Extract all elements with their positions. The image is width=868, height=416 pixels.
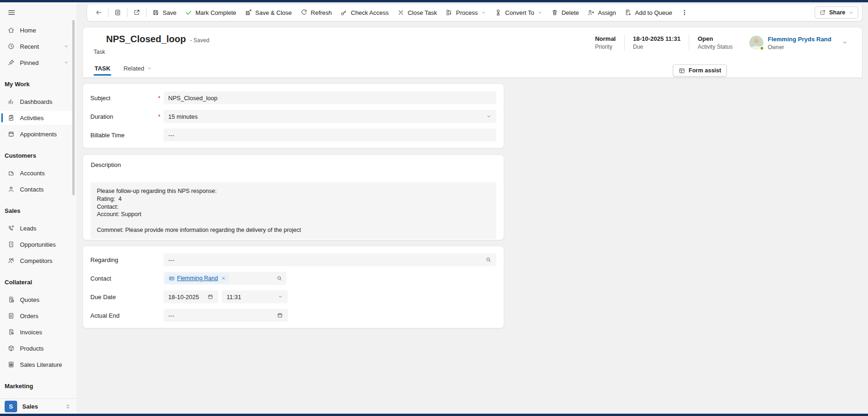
field-label: Activity Status: [697, 44, 732, 50]
process-button[interactable]: Process: [441, 6, 490, 19]
dynamics-365-app: Home Recent Pinned My Work Dashboards Ac…: [0, 0, 868, 416]
back-arrow-icon: [95, 9, 102, 16]
search-icon[interactable]: [276, 275, 283, 282]
billable-time-input[interactable]: ---: [164, 128, 496, 141]
remove-contact-icon[interactable]: [221, 276, 226, 281]
due-date-input[interactable]: 18-10-2025: [164, 290, 218, 303]
refresh-icon: [300, 9, 308, 16]
owner-name-link[interactable]: Flemming Pryds Rand: [768, 36, 831, 43]
contact-row: Contact Flemming Rand: [90, 269, 496, 288]
form-tab-strip: TASK Related: [94, 62, 153, 77]
add-to-queue-button[interactable]: Add to Queue: [620, 6, 676, 19]
quote-document-icon: [7, 296, 15, 303]
assign-button[interactable]: Assign: [583, 6, 620, 19]
save-button[interactable]: Save: [148, 6, 181, 19]
header-field-due[interactable]: 18-10-2025 11:31 Due: [625, 35, 689, 50]
clock-icon: [7, 43, 15, 50]
header-field-priority[interactable]: Normal Priority: [587, 35, 624, 50]
form-list-icon: [114, 9, 121, 16]
more-commands-button[interactable]: [677, 6, 692, 19]
description-label: Description: [91, 161, 496, 168]
back-button[interactable]: [91, 6, 107, 19]
sidebar-item-recent[interactable]: Recent: [0, 39, 75, 53]
command-label: Share: [829, 9, 845, 16]
actual-end-label: Actual End: [90, 312, 158, 319]
sidebar-item-appointments[interactable]: Appointments: [0, 127, 75, 141]
sidebar-item-home[interactable]: Home: [0, 23, 75, 37]
page-title: NPS_Closed_loop: [106, 34, 186, 45]
description-textarea[interactable]: Please follow-up regarding this NPS resp…: [90, 182, 496, 239]
hamburger-menu-button[interactable]: [6, 6, 18, 19]
sidebar-item-products[interactable]: Products: [0, 341, 75, 355]
field-value: 18-10-2025 11:31: [633, 35, 681, 42]
title-row: NPS_Closed_loop - Saved: [106, 34, 209, 45]
close-task-button[interactable]: Close Task: [393, 6, 441, 19]
calendar-icon[interactable]: [277, 312, 283, 319]
duration-dropdown[interactable]: 15 minutes: [164, 110, 496, 123]
sidebar-item-activities[interactable]: Activities: [0, 111, 75, 125]
sidebar-item-label: Competitors: [20, 257, 52, 264]
actual-end-input[interactable]: ---: [164, 309, 288, 322]
sidebar-item-invoices[interactable]: Invoices: [0, 325, 75, 339]
hamburger-icon: [7, 8, 16, 17]
sidebar-item-sales-literature[interactable]: Sales Literature: [0, 358, 75, 371]
form-selector-button[interactable]: [110, 6, 126, 19]
sidebar-item-dashboards[interactable]: Dashboards: [0, 95, 75, 109]
convert-to-button[interactable]: Convert To: [490, 6, 547, 19]
sidebar-item-label: Contacts: [20, 186, 44, 193]
general-section-card: Subject NPS_Closed_loop Duration 15 minu…: [82, 83, 504, 148]
command-label: Save: [163, 9, 177, 16]
chevron-down-icon: [486, 114, 492, 119]
form-assist-label: Form assist: [689, 67, 721, 74]
contact-lookup-input[interactable]: Flemming Rand: [164, 272, 286, 285]
order-document-icon: [7, 312, 15, 320]
area-switcher[interactable]: S Sales: [0, 398, 76, 414]
command-label: Mark Complete: [196, 9, 236, 16]
sidebar-scrollbar[interactable]: [72, 20, 75, 195]
sidebar-item-competitors[interactable]: Competitors: [0, 254, 75, 268]
tab-label: Related: [123, 65, 144, 72]
refresh-button[interactable]: Refresh: [296, 6, 336, 19]
sidebar-item-contacts[interactable]: Contacts: [0, 182, 75, 196]
command-bar-divider: [146, 8, 146, 17]
share-icon: [819, 9, 826, 16]
regarding-lookup-input[interactable]: ---: [164, 253, 496, 266]
sidebar-item-label: Orders: [20, 313, 38, 320]
duration-row: Duration 15 minutes: [90, 107, 496, 126]
contact-record-pill[interactable]: Flemming Rand: [165, 273, 229, 283]
process-flow-icon: [445, 9, 453, 16]
open-in-new-window-button[interactable]: [129, 6, 145, 19]
contact-record-link[interactable]: Flemming Rand: [177, 275, 218, 282]
command-label: Add to Queue: [635, 9, 672, 16]
sidebar-item-quotes[interactable]: Quotes: [0, 293, 75, 307]
key-icon: [340, 9, 348, 16]
header-field-owner[interactable]: Flemming Pryds Rand Owner: [741, 35, 831, 51]
sidebar-item-orders[interactable]: Orders: [0, 309, 75, 323]
literature-icon: [7, 361, 15, 368]
owner-avatar[interactable]: [749, 36, 763, 50]
sidebar-item-leads[interactable]: Leads: [0, 221, 75, 235]
tab-related[interactable]: Related: [122, 65, 153, 77]
share-button[interactable]: Share: [815, 6, 858, 19]
header-field-activity-status[interactable]: Open Activity Status: [689, 35, 741, 50]
command-label: Process: [456, 9, 478, 16]
home-icon: [7, 26, 15, 34]
save-and-close-button[interactable]: Save & Close: [241, 6, 296, 19]
chevron-down-icon: [278, 294, 283, 300]
billable-time-label: Billable Time: [90, 132, 158, 139]
header-expand-chevron[interactable]: [842, 39, 848, 46]
subject-input[interactable]: NPS_Closed_loop: [164, 91, 496, 104]
calendar-icon[interactable]: [207, 294, 214, 300]
form-assist-button[interactable]: Form assist: [673, 64, 727, 77]
cube-icon: [7, 345, 15, 352]
tab-task[interactable]: TASK: [94, 65, 111, 77]
sidebar-item-pinned[interactable]: Pinned: [0, 56, 75, 70]
check-access-button[interactable]: Check Access: [336, 6, 393, 19]
sidebar-item-accounts[interactable]: Accounts: [0, 166, 75, 180]
sidebar-item-opportunities[interactable]: Opportunities: [0, 237, 75, 251]
sidebar-group-collateral: Collateral: [5, 278, 76, 286]
delete-button[interactable]: Delete: [547, 6, 583, 19]
mark-complete-button[interactable]: Mark Complete: [181, 6, 241, 19]
search-icon[interactable]: [485, 256, 492, 263]
due-time-dropdown[interactable]: 11:31: [222, 290, 288, 303]
